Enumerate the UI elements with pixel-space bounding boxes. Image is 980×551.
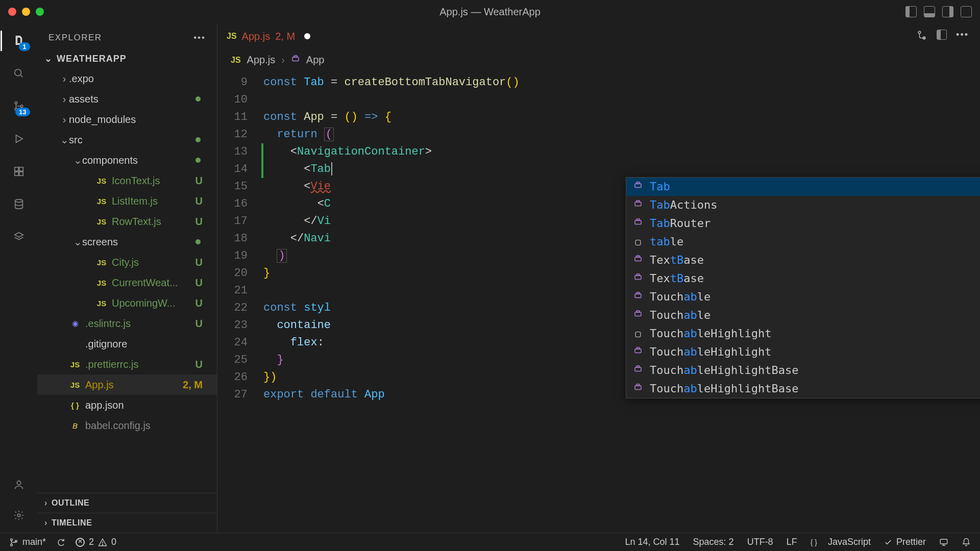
babel-file-icon: B	[69, 421, 81, 430]
sync-button[interactable]	[56, 538, 65, 547]
folder-item[interactable]: ⌄src	[37, 130, 217, 150]
file-item[interactable]: JSUpcomingW...U	[37, 293, 217, 313]
split-editor-icon[interactable]	[937, 30, 947, 43]
timeline-label: TIMELINE	[52, 518, 92, 528]
suggest-label: Touchable	[650, 288, 710, 306]
file-item[interactable]: JSListItem.jsU	[37, 191, 217, 211]
feedback-icon[interactable]	[939, 538, 948, 547]
tab-app-js[interactable]: JS App.js 2, M	[217, 23, 320, 49]
git-status: U	[195, 297, 210, 309]
extensions-icon[interactable]	[11, 163, 27, 180]
code-line[interactable]: return (	[263, 126, 980, 143]
svg-rect-36	[635, 386, 641, 390]
layers-icon[interactable]	[11, 229, 27, 245]
compare-changes-icon[interactable]	[916, 30, 927, 43]
svg-rect-34	[635, 367, 641, 371]
suggest-item[interactable]: TouchableHighlightBase	[626, 380, 980, 398]
prettier-status[interactable]: Prettier	[884, 537, 926, 547]
accounts-icon[interactable]	[11, 477, 27, 493]
suggest-item[interactable]: Tab	[626, 178, 980, 196]
code-line[interactable]: <Tab	[263, 161, 980, 178]
variable-icon	[632, 196, 644, 214]
toggle-secondary-sidebar-icon[interactable]	[942, 6, 953, 17]
breadcrumb[interactable]: JS App.js › App	[217, 49, 980, 71]
js-file-icon: JS	[95, 197, 108, 206]
symbol-icon	[291, 54, 300, 66]
file-item[interactable]: JSRowText.jsU	[37, 211, 217, 232]
folder-item[interactable]: ›assets	[37, 89, 217, 109]
variable-icon	[632, 380, 644, 397]
git-status: U	[195, 359, 210, 370]
suggest-item[interactable]: ▢table	[626, 233, 980, 251]
file-item[interactable]: ◉.eslintrc.jsU	[37, 313, 217, 334]
notifications-icon[interactable]	[962, 538, 971, 547]
code-editor[interactable]: 9101112131415161718192021222324252627 co…	[217, 71, 980, 533]
item-label: IconText.js	[112, 175, 160, 187]
breadcrumb-separator-icon: ›	[281, 54, 285, 66]
error-count: 2	[89, 537, 94, 547]
file-item[interactable]: .gitignore	[37, 334, 217, 354]
run-debug-icon[interactable]	[11, 131, 27, 147]
file-item[interactable]: Bbabel.config.js	[37, 415, 217, 436]
suggest-label: TextBase	[650, 252, 704, 269]
encoding[interactable]: UTF-8	[747, 537, 773, 547]
file-item[interactable]: JSCity.jsU	[37, 252, 217, 272]
suggest-item[interactable]: TabRouter	[626, 214, 980, 233]
sidebar-more-icon[interactable]: •••	[193, 33, 206, 43]
svg-rect-29	[636, 292, 640, 294]
cursor-position[interactable]: Ln 14, Col 11	[625, 537, 680, 547]
suggest-item[interactable]: TextBase	[626, 269, 980, 288]
suggest-item[interactable]: TouchableHighlightBase	[626, 361, 980, 380]
maximize-window-icon[interactable]	[36, 8, 44, 16]
project-header[interactable]: ⌄ WEATHERAPP	[37, 49, 217, 68]
suggest-item[interactable]: Touchable	[626, 288, 980, 306]
outline-section[interactable]: › OUTLINE	[37, 493, 217, 513]
source-control-icon[interactable]: 13	[11, 98, 27, 114]
code-line[interactable]: const App = () => {	[263, 109, 980, 126]
suggest-item[interactable]: TabActions	[626, 196, 980, 214]
indentation[interactable]: Spaces: 2	[693, 537, 734, 547]
file-item[interactable]: JSApp.js2, M	[37, 374, 217, 395]
code-line[interactable]: <NavigationContainer>	[263, 143, 980, 161]
svg-rect-7	[19, 167, 22, 171]
more-actions-icon[interactable]: •••	[956, 30, 969, 43]
suggest-item[interactable]: Touchable	[626, 306, 980, 324]
window-controls	[8, 8, 44, 16]
timeline-section[interactable]: › TIMELINE	[37, 513, 217, 533]
toggle-primary-sidebar-icon[interactable]	[905, 6, 917, 17]
editor-area: JS App.js 2, M ••• JS App.js ›	[217, 23, 980, 533]
suggest-item[interactable]: TouchableHighlight	[626, 343, 980, 361]
svg-rect-32	[635, 349, 641, 353]
folder-item[interactable]: ›.expo	[37, 68, 217, 89]
file-item[interactable]: JS.prettierrc.jsU	[37, 354, 217, 374]
suggest-item[interactable]: ▢TouchableHighlight	[626, 324, 980, 343]
folder-item[interactable]: ›node_modules	[37, 109, 217, 130]
js-file-icon: JS	[95, 279, 108, 287]
suggest-item[interactable]: TextBase	[626, 251, 980, 269]
code-content[interactable]: const Tab = createBottomTabNavigator()co…	[263, 71, 980, 533]
eol[interactable]: LF	[787, 537, 797, 547]
code-line[interactable]	[263, 91, 980, 109]
database-icon[interactable]	[11, 196, 27, 212]
git-branch[interactable]: main*	[9, 537, 46, 547]
intellisense-popup[interactable]: TabTabActionsTabRouter▢tableTextBaseText…	[626, 177, 980, 398]
toggle-panel-icon[interactable]	[924, 6, 935, 17]
folder-item[interactable]: ⌄screens	[37, 232, 217, 252]
folder-item[interactable]: ⌄components	[37, 150, 217, 170]
close-window-icon[interactable]	[8, 8, 16, 16]
file-item[interactable]: { }app.json	[37, 395, 217, 415]
svg-line-1	[20, 75, 22, 78]
code-line[interactable]: const Tab = createBottomTabNavigator()	[263, 74, 980, 91]
git-status: U	[195, 318, 210, 330]
explorer-icon[interactable]: 1	[11, 33, 27, 49]
search-icon[interactable]	[11, 65, 27, 82]
minimize-window-icon[interactable]	[22, 8, 30, 16]
customize-layout-icon[interactable]	[961, 6, 972, 17]
file-item[interactable]: JSCurrentWeat...U	[37, 272, 217, 293]
problems-status[interactable]: 2 0	[76, 537, 116, 547]
settings-gear-icon[interactable]	[11, 507, 27, 523]
language-mode[interactable]: { } JavaScript	[811, 537, 871, 547]
variable-icon	[632, 215, 644, 232]
file-item[interactable]: JSIconText.jsU	[37, 170, 217, 191]
variable-icon	[632, 288, 644, 306]
